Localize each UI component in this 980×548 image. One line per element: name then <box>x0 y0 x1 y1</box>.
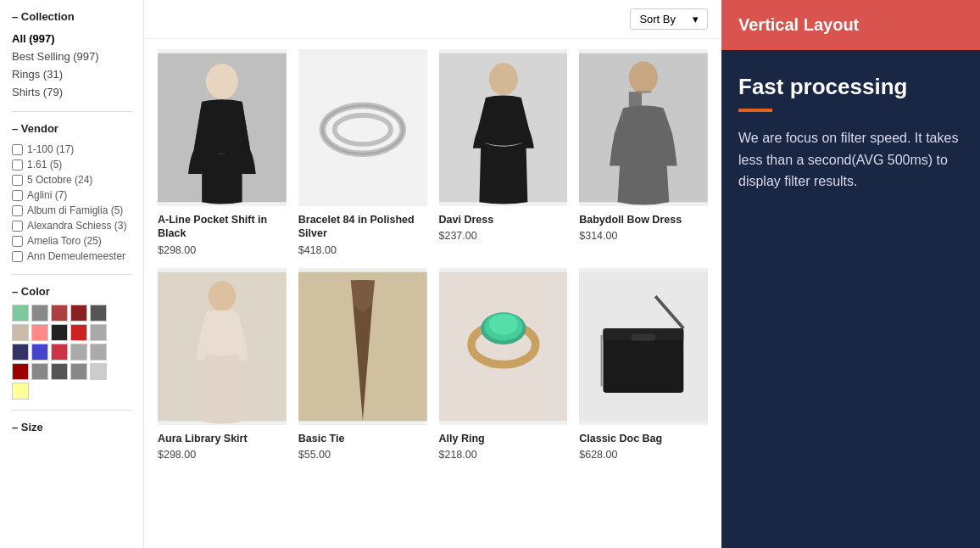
svg-rect-17 <box>439 271 568 420</box>
svg-rect-2 <box>212 174 220 202</box>
color-swatch[interactable] <box>70 344 87 361</box>
vendor-checkbox[interactable] <box>12 236 23 247</box>
color-swatch[interactable] <box>12 383 29 400</box>
collection-item[interactable]: Shirts (79) <box>12 83 131 101</box>
svg-point-1 <box>206 64 238 99</box>
vendor-item[interactable]: 5 Octobre (24) <box>12 172 131 187</box>
color-swatch[interactable] <box>12 305 29 322</box>
color-swatch[interactable] <box>12 344 29 361</box>
vendor-label: Alexandra Schiess (3) <box>27 220 126 232</box>
product-card[interactable]: Basic Tie$55.00 <box>298 268 427 461</box>
color-swatch[interactable] <box>90 344 107 361</box>
product-name: Ally Ring <box>439 432 568 445</box>
vendor-label: Album di Famiglia (5) <box>27 204 123 216</box>
product-name: Babydoll Bow Dress <box>579 213 708 226</box>
product-card[interactable]: Babydoll Bow Dress$314.00 <box>579 49 708 256</box>
vendor-label: Amelia Toro (25) <box>27 235 102 247</box>
color-swatch[interactable] <box>31 305 48 322</box>
vendor-checkbox[interactable] <box>12 221 23 232</box>
vendor-checkbox[interactable] <box>12 144 23 155</box>
color-swatch[interactable] <box>90 363 107 380</box>
product-image <box>579 49 708 206</box>
chevron-down-icon: ▾ <box>693 13 699 25</box>
vendor-checkbox[interactable] <box>12 251 23 262</box>
vendor-checkbox[interactable] <box>12 205 23 216</box>
sort-label: Sort By <box>639 13 676 25</box>
product-card[interactable]: A-Line Pocket Shift in Black$298.00 <box>158 49 287 256</box>
collection-item[interactable]: Rings (31) <box>12 65 131 83</box>
product-image <box>579 268 708 425</box>
product-price: $314.00 <box>579 230 708 242</box>
vendor-label: 1-100 (17) <box>27 143 74 155</box>
vendor-item[interactable]: Album di Famiglia (5) <box>12 203 131 218</box>
svg-point-11 <box>629 61 658 93</box>
product-image <box>439 49 568 206</box>
collection-item[interactable]: All (997) <box>12 30 131 48</box>
product-card[interactable]: Aura Library Skirt$298.00 <box>158 268 287 461</box>
vendor-item[interactable]: Amelia Toro (25) <box>12 233 131 249</box>
right-panel-header: Vertical Layout <box>721 0 980 50</box>
color-section-title: – Color <box>12 285 131 298</box>
vendor-item[interactable]: Ann Demeulemeester <box>12 249 131 264</box>
color-swatch[interactable] <box>90 324 107 341</box>
color-swatch[interactable] <box>70 324 87 341</box>
main-content: Sort By ▾ A-Line Pocket Shift in Black$2… <box>144 0 721 548</box>
fast-processing-title: Fast processing <box>738 74 963 100</box>
product-image <box>158 268 287 425</box>
product-name: Bracelet 84 in Polished Silver <box>298 213 427 241</box>
color-swatch[interactable] <box>51 305 68 322</box>
color-swatch[interactable] <box>31 324 48 341</box>
color-swatch[interactable] <box>70 363 87 380</box>
product-card[interactable]: Davi Dress$237.00 <box>439 49 568 256</box>
product-name: A-Line Pocket Shift in Black <box>158 213 287 241</box>
product-card[interactable]: Classic Doc Bag$628.00 <box>579 268 708 461</box>
product-image <box>439 268 568 425</box>
vendor-label: 1.61 (5) <box>27 159 62 171</box>
product-price: $298.00 <box>158 244 287 256</box>
color-swatch[interactable] <box>12 324 29 341</box>
color-swatch[interactable] <box>90 305 107 322</box>
vendor-item[interactable]: Aglini (7) <box>12 187 131 203</box>
collection-section-title: – Collection <box>12 10 131 23</box>
vendor-item[interactable]: 1-100 (17) <box>12 142 131 157</box>
right-panel-body: Fast processing We are focus on filter s… <box>721 50 980 548</box>
vendor-checkbox[interactable] <box>12 159 23 171</box>
main-header: Sort By ▾ <box>144 0 721 39</box>
product-price: $237.00 <box>439 230 568 242</box>
svg-point-9 <box>488 63 517 95</box>
svg-rect-12 <box>629 92 642 108</box>
product-name: Aura Library Skirt <box>158 432 287 445</box>
vendor-item[interactable]: Alexandra Schiess (3) <box>12 218 131 233</box>
vendor-checkbox[interactable] <box>12 175 23 186</box>
collection-item[interactable]: Best Selling (997) <box>12 48 131 65</box>
svg-rect-3 <box>224 174 231 202</box>
color-swatch[interactable] <box>51 344 68 361</box>
right-panel-title: Vertical Layout <box>738 15 859 34</box>
product-price: $298.00 <box>158 449 287 461</box>
product-price: $55.00 <box>298 449 427 461</box>
svg-point-21 <box>488 314 517 335</box>
vendor-label: 5 Octobre (24) <box>27 174 92 186</box>
product-price: $218.00 <box>439 449 568 461</box>
product-image <box>298 268 427 425</box>
color-swatch[interactable] <box>51 363 68 380</box>
sort-dropdown[interactable]: Sort By ▾ <box>630 8 708 30</box>
size-section-title: – Size <box>12 421 131 433</box>
product-name: Davi Dress <box>439 213 568 226</box>
product-image <box>158 49 287 206</box>
product-card[interactable]: Ally Ring$218.00 <box>439 268 568 461</box>
vendor-item[interactable]: 1.61 (5) <box>12 157 131 172</box>
vendor-section-title: – Vendor <box>12 122 131 135</box>
vendor-checkbox[interactable] <box>12 190 23 201</box>
products-grid: A-Line Pocket Shift in Black$298.00 Brac… <box>144 39 721 548</box>
svg-point-15 <box>209 281 236 311</box>
product-card[interactable]: Bracelet 84 in Polished Silver$418.00 <box>298 49 427 256</box>
color-swatch[interactable] <box>51 324 68 341</box>
accent-bar <box>738 109 772 112</box>
product-image <box>298 49 427 206</box>
color-swatch[interactable] <box>31 363 48 380</box>
color-swatch[interactable] <box>31 344 48 361</box>
color-swatch[interactable] <box>12 363 29 380</box>
color-swatch[interactable] <box>70 305 87 322</box>
product-name: Classic Doc Bag <box>579 432 708 445</box>
